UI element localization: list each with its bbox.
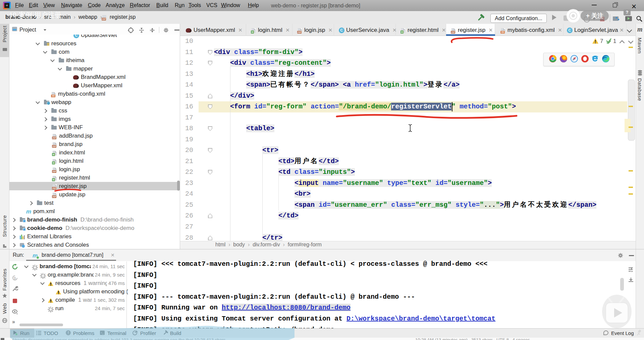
svg-text:9: 9 bbox=[14, 276, 16, 280]
